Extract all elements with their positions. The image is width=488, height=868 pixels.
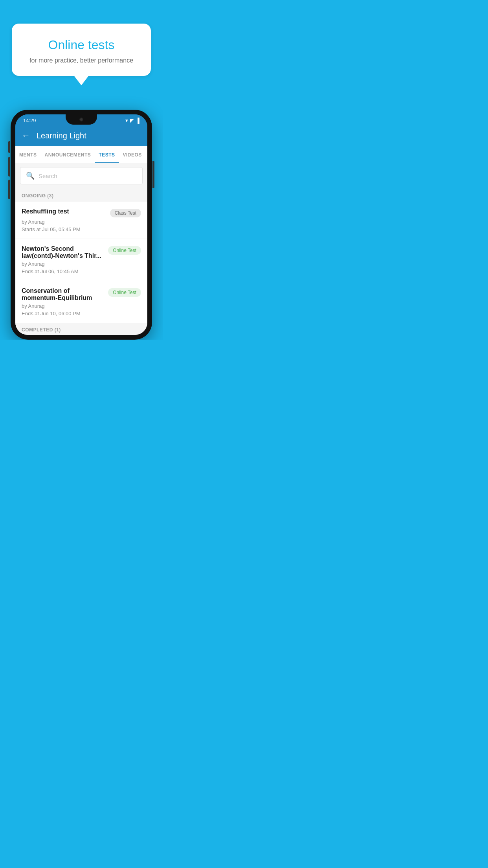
test-name: Newton's Second law(contd)-Newton's Thir… [22,245,104,259]
tab-ments[interactable]: MENTS [15,147,41,163]
phone-side-button-2 [8,157,10,177]
ongoing-label: ONGOING (3) [15,188,147,202]
speech-bubble: Online tests for more practice, better p… [12,24,151,76]
status-time: 14:29 [23,118,36,123]
phone-side-button-3 [8,180,10,199]
list-item[interactable]: Newton's Second law(contd)-Newton's Thir… [15,239,147,281]
status-bar: 14:29 ▾ ◤ ▐ [15,114,147,126]
phone-screen-top: 14:29 ▾ ◤ ▐ ← Learning Light [15,114,147,146]
list-item[interactable]: Reshuffling test Class Test by Anurag St… [15,202,147,239]
tab-videos[interactable]: VIDEOS [119,147,146,163]
bubble-title: Online tests [24,38,139,52]
test-item-header: Conservation of momentum-Equilibrium Onl… [22,287,141,302]
tab-announcements[interactable]: ANNOUNCEMENTS [41,147,95,163]
test-item-header: Newton's Second law(contd)-Newton's Thir… [22,245,141,259]
app-title: Learning Light [37,131,86,140]
app-top-bar: ← Learning Light [15,126,147,146]
test-badge: Online Test [108,246,141,255]
test-time: Ends at Jun 10, 06:00 PM [22,311,141,316]
test-badge: Online Test [108,288,141,297]
wifi-icon: ▾ [125,118,128,123]
test-time: Ends at Jul 06, 10:45 AM [22,268,141,274]
tab-tests[interactable]: TESTS [95,147,119,163]
phone-wrapper: 14:29 ▾ ◤ ▐ ← Learning Light MENTS [11,110,152,340]
test-name: Reshuffling test [22,208,106,215]
phone-side-button-1 [8,141,10,153]
test-item-header: Reshuffling test Class Test [22,208,141,217]
search-box[interactable]: 🔍 Search [20,167,143,184]
phone-screen: MENTS ANNOUNCEMENTS TESTS VIDEOS 🔍 Searc… [15,146,147,335]
test-author: by Anurag [22,219,141,225]
completed-label: COMPLETED (1) [15,323,147,335]
search-icon: 🔍 [26,171,35,180]
back-button[interactable]: ← [22,131,30,141]
test-author: by Anurag [22,303,141,309]
battery-icon: ▐ [136,118,139,123]
test-badge: Class Test [110,209,141,217]
test-name: Conservation of momentum-Equilibrium [22,287,104,302]
test-author: by Anurag [22,261,141,267]
phone-notch [66,114,97,125]
camera-dot [79,118,83,121]
list-item[interactable]: Conservation of momentum-Equilibrium Onl… [15,281,147,323]
test-list: Reshuffling test Class Test by Anurag St… [15,202,147,323]
signal-icon: ◤ [130,118,134,123]
search-placeholder: Search [39,173,57,179]
hero-section: Online tests for more practice, better p… [0,0,163,88]
test-time: Starts at Jul 05, 05:45 PM [22,226,141,232]
tab-bar: MENTS ANNOUNCEMENTS TESTS VIDEOS [15,146,147,163]
search-container: 🔍 Search [15,163,147,188]
phone-side-button-right [152,161,154,188]
phone-frame: 14:29 ▾ ◤ ▐ ← Learning Light MENTS [11,110,152,340]
bubble-subtitle: for more practice, better performance [24,57,139,64]
status-icons: ▾ ◤ ▐ [125,118,139,123]
